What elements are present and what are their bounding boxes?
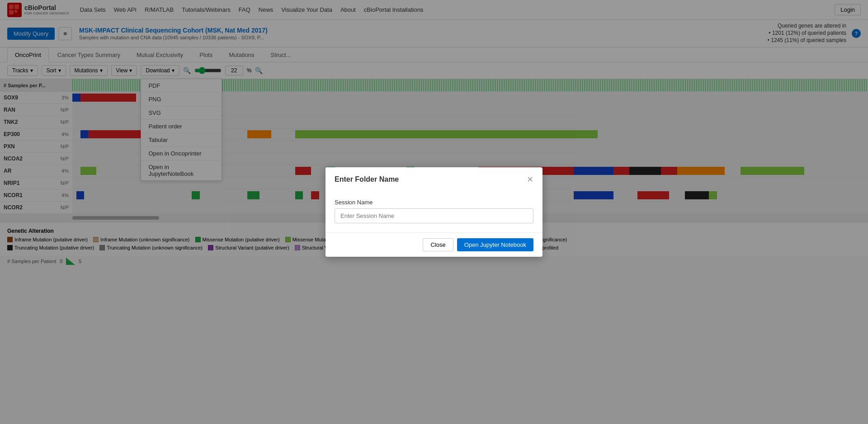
enter-folder-modal: Enter Folder Name ✕ Session Name Close O… — [326, 167, 542, 257]
session-name-input[interactable] — [335, 208, 533, 223]
modal-close-x-button[interactable]: ✕ — [527, 174, 533, 184]
modal-overlay: Enter Folder Name ✕ Session Name Close O… — [0, 0, 868, 424]
modal-header: Enter Folder Name ✕ — [326, 167, 542, 192]
modal-footer: Close Open Jupyter Notebook — [326, 232, 542, 257]
open-jupyter-button[interactable]: Open Jupyter Notebook — [457, 238, 533, 251]
modal-body: Session Name — [326, 192, 542, 232]
session-name-label: Session Name — [335, 199, 533, 206]
modal-title: Enter Folder Name — [335, 175, 399, 184]
modal-close-button[interactable]: Close — [423, 238, 453, 251]
